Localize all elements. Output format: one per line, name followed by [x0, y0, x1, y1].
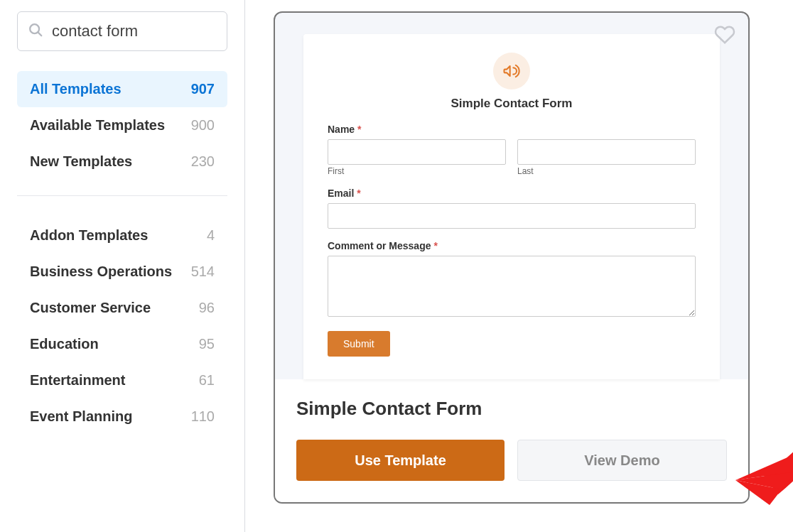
search-field[interactable]: [17, 11, 227, 51]
template-preview: Simple Contact Form Name * First Last: [275, 13, 748, 379]
category-addon-templates[interactable]: Addon Templates 4: [17, 217, 227, 254]
category-customer-service[interactable]: Customer Service 96: [17, 290, 227, 326]
submit-button[interactable]: Submit: [328, 331, 390, 357]
category-label: Entertainment: [30, 372, 125, 389]
category-label: Customer Service: [30, 300, 151, 316]
category-count: 907: [191, 81, 215, 97]
last-name-input[interactable]: [517, 139, 696, 165]
category-available-templates[interactable]: Available Templates 900: [17, 107, 227, 143]
category-count: 514: [191, 264, 215, 280]
comment-field-label: Comment or Message *: [328, 240, 696, 251]
svg-line-1: [38, 33, 42, 36]
category-new-templates[interactable]: New Templates 230: [17, 143, 227, 180]
first-name-input[interactable]: [328, 139, 506, 165]
card-footer: Simple Contact Form Use Template View De…: [275, 379, 748, 502]
template-card: Simple Contact Form Name * First Last: [274, 11, 750, 504]
category-all-templates[interactable]: All Templates 907: [17, 71, 227, 107]
megaphone-icon: [493, 53, 530, 89]
category-count: 110: [191, 408, 215, 425]
form-preview-panel: Simple Contact Form Name * First Last: [303, 34, 720, 379]
main-panel: Simple Contact Form Name * First Last: [245, 11, 793, 532]
favorite-button[interactable]: [714, 24, 735, 48]
category-label: Addon Templates: [30, 227, 148, 244]
category-count: 96: [199, 300, 215, 316]
sidebar: All Templates 907 Available Templates 90…: [17, 11, 244, 532]
category-label: New Templates: [30, 153, 132, 170]
last-name-sublabel: Last: [517, 166, 696, 176]
category-label: Education: [30, 336, 99, 352]
category-count: 61: [199, 372, 215, 389]
category-count: 4: [207, 227, 215, 244]
comment-input[interactable]: [328, 256, 696, 317]
email-input[interactable]: [328, 203, 696, 229]
name-field-label: Name *: [328, 124, 696, 135]
category-education[interactable]: Education 95: [17, 326, 227, 362]
category-label: Available Templates: [30, 117, 165, 134]
sidebar-divider: [17, 195, 227, 196]
email-field-label: Email *: [328, 188, 696, 199]
first-name-sublabel: First: [328, 166, 506, 176]
category-business-operations[interactable]: Business Operations 514: [17, 254, 227, 290]
category-count: 230: [191, 153, 215, 170]
category-event-planning[interactable]: Event Planning 110: [17, 398, 227, 435]
view-demo-button[interactable]: View Demo: [517, 440, 727, 481]
search-icon: [28, 22, 52, 40]
category-count: 900: [191, 117, 215, 134]
use-template-button[interactable]: Use Template: [296, 440, 505, 481]
category-label: Business Operations: [30, 264, 172, 280]
template-title: Simple Contact Form: [296, 398, 727, 420]
category-entertainment[interactable]: Entertainment 61: [17, 362, 227, 398]
category-label: Event Planning: [30, 408, 132, 425]
form-title: Simple Contact Form: [328, 97, 696, 111]
category-label: All Templates: [30, 81, 122, 97]
category-count: 95: [199, 336, 215, 352]
search-input[interactable]: [52, 22, 217, 40]
